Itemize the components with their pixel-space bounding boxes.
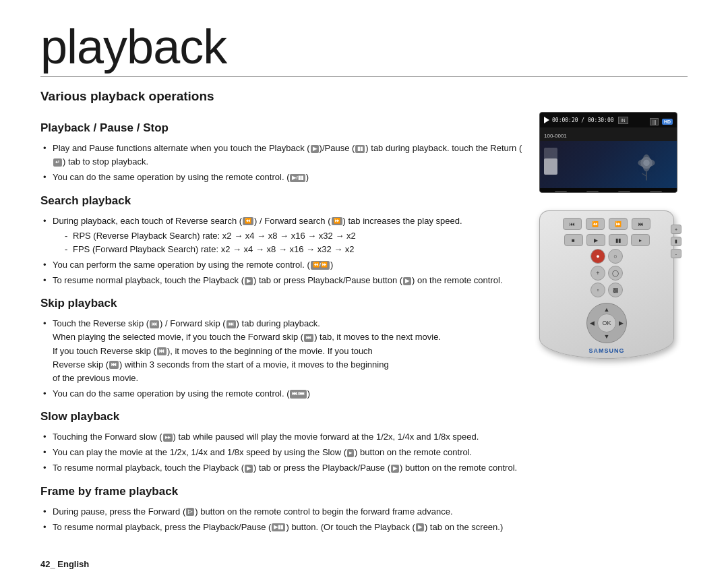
flower-graphic bbox=[630, 144, 663, 181]
list-item: Touching the Forward slow (▸▸) tab while… bbox=[40, 430, 526, 444]
play-icon: ▶ bbox=[311, 145, 319, 153]
remote-rew-btn: ⏪ bbox=[586, 218, 605, 230]
screen-in-badge: IN bbox=[618, 117, 628, 124]
remote-round-btn-4: ◯ bbox=[608, 266, 623, 281]
sub-list-search: RPS (Reverse Playback Search) rate: x2 →… bbox=[53, 229, 526, 256]
play-icon3: ▶ bbox=[245, 465, 253, 473]
fwd-skip-icon: ⏭ bbox=[226, 320, 236, 328]
screen-id: 100-0001 bbox=[544, 133, 567, 139]
svg-point-4 bbox=[643, 160, 649, 166]
remote-side-buttons: + ▮ - bbox=[671, 225, 681, 258]
screen-timer: 00:00:20 / 00:30:00 bbox=[552, 117, 614, 123]
list-item: You can perform the same operation by us… bbox=[40, 258, 526, 272]
screen-bottom-controls: ← ⏪ ▮▮ ⏩ bbox=[540, 188, 677, 193]
remote-wrapper: ⏮ ⏪ ⏩ ⏭ ■ ▶ ▮▮ ▸ bbox=[539, 210, 674, 359]
sub-list-item: RPS (Reverse Playback Search) rate: x2 →… bbox=[63, 229, 526, 243]
list-item: During pause, press the Forward (▷) butt… bbox=[40, 505, 526, 519]
remote-search-icon: ⏪/⏩ bbox=[311, 261, 330, 269]
section-title-playback-pause-stop: Playback / Pause / Stop bbox=[40, 121, 526, 135]
play-pause-icon2: ▶ bbox=[391, 465, 399, 473]
remote-play-btn: ▶ bbox=[586, 234, 605, 246]
sub-list-item: FPS (Forward Playback Search) rate: x2 →… bbox=[63, 243, 526, 256]
screen-signal-icon: ||| bbox=[650, 118, 659, 125]
fwd-search-icon: ⏩ bbox=[332, 217, 342, 225]
remote-row-2: ■ ▶ ▮▮ ▸ bbox=[564, 234, 650, 246]
volume-bar bbox=[544, 148, 557, 175]
remote-side-btn-3: - bbox=[671, 249, 681, 258]
remote-nav-left: ◀ bbox=[590, 320, 595, 326]
list-item: To resume normal playback, touch the Pla… bbox=[40, 461, 526, 475]
page: playback Various playback operations Pla… bbox=[0, 0, 728, 584]
remote-side-row2: + ◯ bbox=[590, 266, 623, 281]
section-heading: Various playback operations bbox=[40, 89, 688, 104]
title-divider bbox=[40, 76, 688, 77]
screen-fwd-btn: ⏩ bbox=[650, 191, 662, 193]
remote-brand: SAMSUNG bbox=[588, 347, 624, 354]
remote-nav-outer: OK ▲ ▼ ◀ ▶ bbox=[586, 303, 627, 343]
play-icon2: ▶ bbox=[245, 277, 253, 285]
play-icon4: ▶ bbox=[416, 523, 424, 531]
list-playback-pause-stop: Play and Pause functions alternate when … bbox=[40, 142, 526, 184]
remote-nav-right: ▶ bbox=[619, 320, 624, 326]
remote-side-row3: ▫ ▩ bbox=[590, 283, 623, 297]
screen-top-bar: 00:00:20 / 00:30:00 IN ||| HD bbox=[540, 113, 677, 127]
section-title-skip-playback: Skip playback bbox=[40, 297, 526, 310]
screen-id-bar: 100-0001 bbox=[540, 127, 677, 141]
section-search-playback: Search playback During playback, each to… bbox=[40, 194, 526, 288]
screen-play-icon bbox=[544, 117, 549, 123]
remote-nav-up: ▲ bbox=[604, 306, 610, 313]
forward-icon: ▷ bbox=[186, 508, 194, 516]
remote-nav-down: ▼ bbox=[604, 333, 610, 340]
slow-icon: ▸ bbox=[347, 449, 354, 457]
volume-control bbox=[544, 148, 557, 175]
svg-line-6 bbox=[642, 173, 646, 176]
left-column: Playback / Pause / Stop Play and Pause f… bbox=[40, 112, 539, 538]
screen-rew-btn: ⏪ bbox=[586, 191, 599, 193]
remote-side-btn-2: ▮ bbox=[671, 237, 681, 246]
rev-skip-icon2: ⏮ bbox=[157, 347, 166, 355]
remote-next-btn: ⏭ bbox=[632, 218, 650, 230]
remote-slow-btn: ▸ bbox=[631, 234, 650, 246]
remote-stop-btn: ■ bbox=[564, 234, 583, 246]
volume-fill bbox=[544, 158, 557, 175]
list-slow-playback: Touching the Forward slow (▸▸) tab while… bbox=[40, 430, 526, 475]
screen-hd-badge: HD bbox=[662, 119, 673, 125]
remote-fwd-btn: ⏩ bbox=[609, 218, 628, 230]
section-title-slow-playback: Slow playback bbox=[40, 410, 526, 424]
return-icon: ↵ bbox=[53, 158, 62, 167]
playback-screen-image: 00:00:20 / 00:30:00 IN ||| HD 100-0001 bbox=[539, 112, 677, 193]
list-frame-playback: During pause, press the Forward (▷) butt… bbox=[40, 505, 526, 534]
remote-prev-btn: ⏮ bbox=[563, 218, 582, 230]
right-column: 00:00:20 / 00:30:00 IN ||| HD 100-0001 bbox=[539, 112, 688, 538]
section-slow-playback: Slow playback Touching the Forward slow … bbox=[40, 410, 526, 475]
remote-side-cluster: ● ○ + ◯ ▫ ▩ bbox=[590, 249, 623, 297]
remote-round-btn-2: ○ bbox=[608, 249, 623, 264]
rev-skip-icon: ⏮ bbox=[150, 320, 159, 328]
remote-nav: OK ▲ ▼ ◀ ▶ bbox=[586, 303, 627, 343]
remote-row-3: ● ○ + ◯ ▫ ▩ bbox=[590, 249, 623, 297]
section-skip-playback: Skip playback Touch the Reverse skip (⏮)… bbox=[40, 297, 526, 401]
fwd-skip-icon2: ⏭ bbox=[304, 334, 313, 342]
list-item: You can do the same operation by using t… bbox=[40, 171, 526, 184]
remote-pause-btn: ▮▮ bbox=[609, 234, 628, 246]
remote-side-btn-1: + bbox=[671, 225, 681, 234]
section-frame-playback: Frame by frame playback During pause, pr… bbox=[40, 485, 526, 534]
slow-fwd-icon: ▸▸ bbox=[163, 434, 173, 442]
remote-control-image: ⏮ ⏪ ⏩ ⏭ ■ ▶ ▮▮ ▸ bbox=[539, 210, 674, 359]
rev-skip-icon3: ⏮ bbox=[109, 361, 119, 369]
remote-round-btn-3: + bbox=[590, 266, 605, 281]
remote-round-btn-6: ▩ bbox=[608, 283, 623, 297]
remote-round-btn-1: ● bbox=[590, 249, 605, 264]
page-footer: 42_ English bbox=[40, 559, 89, 569]
remote-nav-inner: OK bbox=[597, 314, 616, 332]
list-item: Play and Pause functions alternate when … bbox=[40, 142, 526, 169]
list-search-playback: During playback, each touch of Reverse s… bbox=[40, 214, 526, 288]
page-title: playback bbox=[40, 20, 688, 74]
remote-skip-icon: ⏮/⏭ bbox=[290, 390, 306, 398]
list-item: You can do the same operation by using t… bbox=[40, 387, 526, 401]
list-item: To resume normal playback, press the Pla… bbox=[40, 521, 526, 534]
screen-content bbox=[540, 141, 677, 188]
screen-pause-btn: ▮▮ bbox=[618, 191, 630, 193]
list-item: You can play the movie at the 1/2x, 1/4x… bbox=[40, 446, 526, 459]
remote-round-btn-5: ▫ bbox=[590, 283, 605, 297]
